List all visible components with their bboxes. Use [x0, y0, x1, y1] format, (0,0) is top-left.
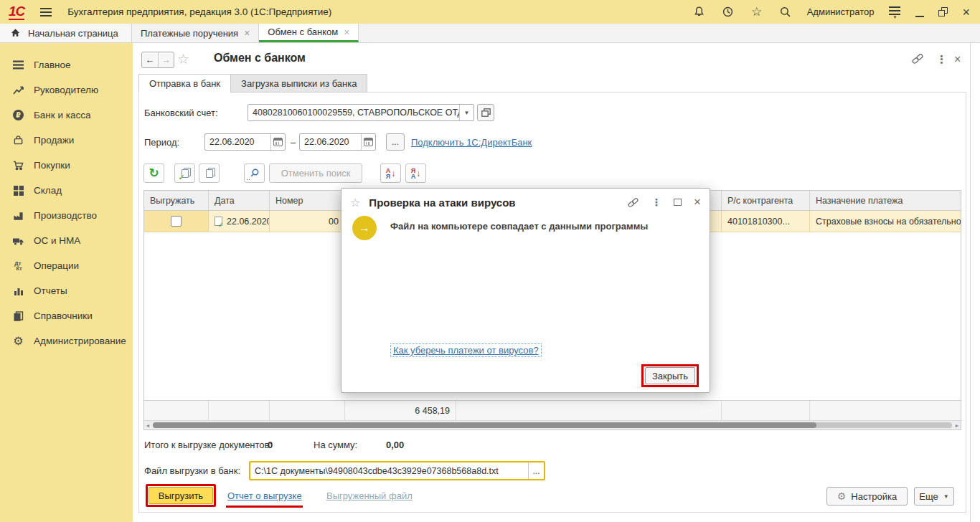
horizontal-scrollbar: ◄ ►	[144, 420, 961, 430]
dialog-header: ☆ Проверка на атаки вирусов ⋮ ×	[341, 189, 710, 216]
close-window-icon[interactable]: ×	[962, 6, 970, 18]
bank-account-field[interactable]: 40802810060100029559, СТАВРОПОЛЬСКОЕ ОТД…	[248, 104, 474, 121]
calendar-icon[interactable]	[270, 134, 285, 150]
scroll-left-icon[interactable]: ◄	[144, 421, 151, 430]
dialog-kebab-icon[interactable]: ⋮	[651, 196, 661, 208]
upload-report-link[interactable]: Отчет о выгрузке	[227, 490, 302, 501]
upload-highlight-annotation: Выгрузить	[146, 484, 216, 507]
sidebar-item-reports[interactable]: Отчеты	[0, 278, 133, 303]
scroll-right-icon[interactable]: ►	[953, 421, 961, 430]
scrollbar-track[interactable]	[153, 422, 952, 428]
dialog-close-icon[interactable]: ×	[694, 195, 701, 209]
sidebar-item-sales[interactable]: Продажи	[0, 128, 133, 153]
date-to-field[interactable]: 22.06.2020	[299, 133, 376, 151]
sidebar-item-fixed-assets[interactable]: ОС и НМА	[0, 228, 133, 253]
tab-home-label: Начальная страница	[28, 28, 118, 39]
books-icon	[12, 310, 24, 322]
tab-close-icon[interactable]: ×	[244, 29, 250, 37]
col-header-number[interactable]: Номер	[270, 191, 345, 210]
sidebar-item-main[interactable]: Главное	[0, 52, 133, 77]
kebab-menu-icon[interactable]: ⋮	[936, 53, 947, 66]
close-page-icon[interactable]: ×	[954, 53, 961, 66]
sum-label: На сумму:	[314, 440, 357, 450]
date-from-field[interactable]: 22.06.2020	[204, 133, 286, 151]
favorite-star-icon[interactable]: ☆	[177, 51, 189, 67]
favorites-star-icon[interactable]: ☆	[750, 5, 764, 19]
service-menu-icon[interactable]: ▼	[888, 5, 901, 19]
refresh-button[interactable]: ↻	[143, 163, 164, 183]
check-all-button[interactable]: ✓	[174, 163, 195, 183]
tab-bank-exchange[interactable]: Обмен с банком ×	[259, 24, 359, 42]
history-icon[interactable]	[721, 5, 735, 19]
document-check-icon: ✓	[215, 217, 222, 226]
bank-account-label: Банковский счет:	[144, 108, 218, 118]
period-label: Период:	[144, 137, 179, 148]
sidebar-item-directories[interactable]: Справочники	[0, 303, 133, 328]
current-user[interactable]: Администратор	[807, 6, 875, 17]
gear-icon: ⚙	[837, 490, 847, 502]
notifications-bell-icon[interactable]	[692, 5, 707, 19]
sidebar-item-warehouse[interactable]: Склад	[0, 178, 133, 203]
col-header-date[interactable]: Дата	[209, 191, 270, 210]
sidebar-item-administration[interactable]: ⚙ Администрирование	[0, 328, 133, 353]
sidebar-item-purchases[interactable]: Покупки	[0, 153, 133, 178]
menu-bars-icon	[12, 59, 24, 71]
sort-asc-button[interactable]: АЯ↓	[380, 163, 401, 183]
titlebar: 1С Бухгалтерия предприятия, редакция 3.0…	[0, 0, 980, 24]
dialog-star-icon[interactable]: ☆	[350, 196, 360, 209]
ruble-circle-icon: ₽	[12, 109, 24, 121]
nav-arrows: ← →	[141, 52, 174, 68]
get-link-icon[interactable]	[911, 53, 924, 65]
sort-za-icon: ЯА↓	[411, 168, 421, 179]
search-button[interactable]	[244, 163, 265, 183]
sidebar-item-manager[interactable]: Руководителю	[0, 77, 133, 103]
sidebar-item-operations[interactable]: Дт Кт Операции	[0, 253, 133, 278]
file-browse-button[interactable]: ...	[528, 462, 544, 479]
sidebar-item-bank-cash[interactable]: ₽ Банк и касса	[0, 103, 133, 128]
col-header-export[interactable]: Выгружать	[144, 191, 209, 210]
main-menu-icon[interactable]	[40, 8, 52, 16]
dropdown-arrow-icon[interactable]: ▼	[459, 105, 473, 120]
uploaded-file-link[interactable]: Выгруженный файл	[326, 490, 413, 501]
open-account-button[interactable]	[477, 104, 494, 121]
cancel-search-button[interactable]: Отменить поиск	[269, 163, 362, 183]
tab-send-to-bank[interactable]: Отправка в банк	[138, 74, 231, 92]
open-icon	[481, 108, 491, 117]
settings-button[interactable]: ⚙ Настройка	[826, 487, 908, 506]
global-search-icon[interactable]	[778, 5, 793, 19]
sum-value: 0,00	[386, 440, 404, 450]
total-sum: 6 458,19	[415, 406, 450, 416]
tab-load-statement[interactable]: Загрузка выписки из банка	[230, 74, 367, 92]
dialog-maximize-icon[interactable]	[674, 199, 682, 206]
pages-icon	[204, 168, 215, 179]
report-link-annotation	[226, 506, 303, 508]
back-arrow-icon[interactable]: ←	[142, 52, 159, 67]
export-checkbox[interactable]	[171, 216, 182, 227]
dialog-close-button[interactable]: Закрыть	[645, 367, 695, 384]
refresh-icon: ↻	[149, 167, 159, 179]
calendar-icon[interactable]	[361, 134, 375, 150]
row-account: 40101810300...	[727, 217, 790, 227]
col-header-account[interactable]: Р/с контрагента	[722, 191, 810, 210]
titlebar-actions: ☆ Администратор ▼ ×	[692, 5, 980, 19]
uncheck-all-button[interactable]	[199, 163, 220, 183]
export-file-field[interactable]: C:\1С документы\94908043cdbe43c3929e0736…	[249, 461, 545, 480]
sort-desc-button[interactable]: ЯА↓	[405, 163, 426, 183]
virus-help-link[interactable]: Как уберечь платежи от вирусов?	[390, 343, 542, 357]
tab-close-icon[interactable]: ×	[344, 28, 349, 37]
tab-home[interactable]: Начальная страница	[0, 24, 132, 42]
sort-az-icon: АЯ↓	[386, 168, 396, 179]
dt-kt-icon: Дт Кт	[12, 260, 24, 272]
forward-arrow-icon[interactable]: →	[159, 52, 174, 67]
minimize-icon[interactable]	[915, 7, 924, 17]
period-more-button[interactable]: ...	[386, 133, 405, 151]
dialog-link-icon[interactable]	[627, 197, 639, 208]
upload-button[interactable]: Выгрузить	[149, 487, 213, 504]
restore-window-icon[interactable]	[938, 7, 948, 16]
col-header-purpose[interactable]: Назначение платежа	[810, 191, 961, 210]
more-button[interactable]: Еще ▼	[914, 487, 954, 506]
tab-payment-orders[interactable]: Платежные поручения ×	[132, 24, 259, 42]
directbank-link[interactable]: Подключить 1С:ДиректБанк	[411, 137, 532, 148]
scrollbar-thumb[interactable]	[153, 422, 816, 428]
sidebar-item-production[interactable]: Производство	[0, 203, 133, 228]
